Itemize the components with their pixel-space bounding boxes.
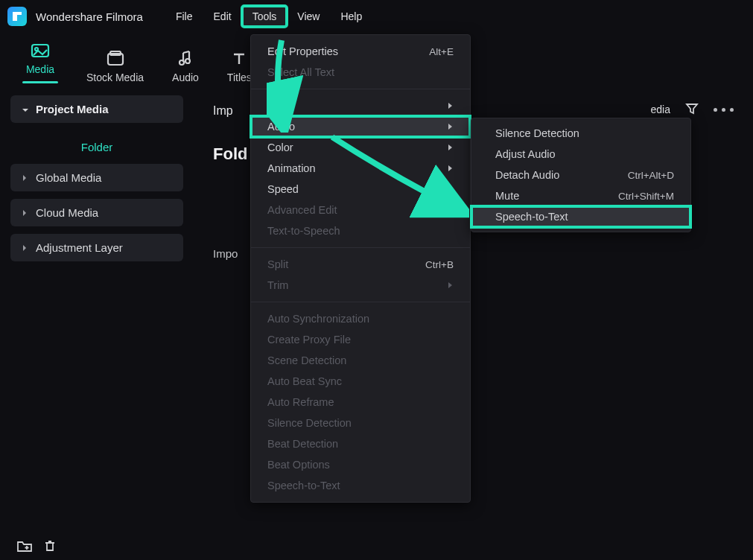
menu-item-shortcut: Ctrl+B <box>425 259 454 270</box>
tools-item-silence-detection: Silence Detection <box>251 413 470 433</box>
tools-item-split: SplitCtrl+B <box>251 254 470 275</box>
audio-item-speech-to-text[interactable]: Speech-to-Text <box>471 206 690 227</box>
sidebar-item-label: Global Media <box>36 171 101 184</box>
tools-item-audio[interactable]: Audio <box>251 116 470 137</box>
menu-item-label: Audio <box>267 121 295 133</box>
tools-item-trim: Trim <box>251 275 470 296</box>
tab-media-label: Media <box>26 63 54 75</box>
title-bar: Wondershare Filmora File Edit Tools View… <box>0 0 753 33</box>
menu-item-label: Speech-to-Text <box>495 211 568 223</box>
audio-item-adjust-audio[interactable]: Adjust Audio <box>471 144 690 165</box>
audio-icon <box>175 51 196 67</box>
tab-audio-label: Audio <box>172 71 199 83</box>
menu-item-label: Video <box>267 100 295 112</box>
folder-add-icon[interactable] <box>16 539 33 555</box>
tools-item-video[interactable]: Video <box>251 95 470 116</box>
menu-item-label: Auto Beat Sync <box>267 375 342 387</box>
chevron-right-icon <box>21 244 28 252</box>
menu-item-shortcut: Ctrl+Alt+D <box>628 170 674 181</box>
tools-dropdown: Edit PropertiesAlt+ESelect All TextVideo… <box>250 34 471 503</box>
menu-item-shortcut: Alt+E <box>429 46 454 57</box>
tab-audio[interactable]: Audio <box>168 43 203 89</box>
more-icon[interactable] <box>714 108 734 112</box>
menu-tools[interactable]: Tools <box>242 6 287 27</box>
media-icon <box>30 42 51 59</box>
tab-titles-label: Titles <box>227 71 252 83</box>
tools-item-speed[interactable]: Speed <box>251 179 470 200</box>
chevron-right-icon <box>448 279 454 291</box>
menu-item-label: Speech-to-Text <box>267 480 340 491</box>
audio-item-silence-detection[interactable]: Silence Detection <box>471 123 690 144</box>
app-logo <box>7 7 27 26</box>
svg-point-4 <box>179 60 184 65</box>
menu-item-label: Scene Detection <box>267 354 346 366</box>
tools-item-beat-options: Beat Options <box>251 454 470 475</box>
import-button-partial[interactable]: Imp <box>213 101 233 118</box>
sidebar-cloud-media[interactable]: Cloud Media <box>10 199 183 226</box>
chevron-right-icon <box>448 121 454 133</box>
tools-item-scene-detection: Scene Detection <box>251 350 470 371</box>
chevron-right-icon <box>448 100 454 112</box>
tools-item-auto-reframe: Auto Reframe <box>251 392 470 413</box>
titles-icon <box>229 51 250 67</box>
menu-item-label: Text-to-Speech <box>267 225 340 237</box>
menu-help[interactable]: Help <box>330 6 372 27</box>
menu-item-label: Advanced Edit <box>267 204 337 216</box>
tab-stock-media-label: Stock Media <box>86 71 144 83</box>
menu-item-label: Color <box>267 141 293 153</box>
menu-bar: File Edit Tools View Help <box>165 6 372 27</box>
chevron-right-icon <box>21 174 28 182</box>
menu-item-label: Split <box>267 258 288 270</box>
menu-item-label: Beat Options <box>267 459 330 471</box>
chevron-right-icon <box>448 141 454 153</box>
tools-item-speech-to-text: Speech-to-Text <box>251 475 470 496</box>
audio-item-detach-audio[interactable]: Detach AudioCtrl+Alt+D <box>471 165 690 185</box>
tools-item-advanced-edit: Advanced Edit <box>251 200 470 220</box>
menu-item-label: Detach Audio <box>495 169 559 181</box>
sidebar-global-media[interactable]: Global Media <box>10 164 183 191</box>
tools-item-create-proxy-file: Create Proxy File <box>251 329 470 350</box>
sidebar-item-label: Adjustment Layer <box>36 241 123 254</box>
tools-item-color[interactable]: Color <box>251 137 470 158</box>
menu-item-shortcut: Ctrl+Shift+M <box>618 191 674 202</box>
audio-submenu: Silence DetectionAdjust AudioDetach Audi… <box>471 118 691 232</box>
menu-file[interactable]: File <box>165 6 203 27</box>
menu-item-label: Beat Detection <box>267 438 338 450</box>
sidebar-project-label: Project Media <box>36 103 109 115</box>
tools-item-text-to-speech: Text-to-Speech <box>251 220 470 241</box>
sidebar-project-media[interactable]: Project Media <box>10 95 183 123</box>
menu-item-label: Silence Detection <box>267 417 352 429</box>
tools-item-edit-properties[interactable]: Edit PropertiesAlt+E <box>251 41 470 62</box>
menu-item-label: Animation <box>267 162 315 174</box>
audio-item-mute[interactable]: MuteCtrl+Shift+M <box>471 185 690 206</box>
trash-icon[interactable] <box>43 539 57 555</box>
tools-item-select-all-text: Select All Text <box>251 62 470 83</box>
chevron-right-icon <box>448 162 454 174</box>
tools-item-auto-synchronization: Auto Synchronization <box>251 308 470 329</box>
menu-item-label: Edit Properties <box>267 45 338 57</box>
chevron-right-icon <box>21 209 28 217</box>
tools-item-animation[interactable]: Animation <box>251 158 470 179</box>
menu-view[interactable]: View <box>287 6 330 27</box>
menu-item-label: Trim <box>267 279 288 291</box>
sidebar-item-label: Cloud Media <box>36 206 98 219</box>
tab-media[interactable]: Media <box>18 35 63 89</box>
tools-item-auto-beat-sync: Auto Beat Sync <box>251 371 470 392</box>
menu-item-label: Auto Synchronization <box>267 313 369 325</box>
menu-item-label: Create Proxy File <box>267 334 351 346</box>
filter-icon[interactable] <box>685 102 699 118</box>
edia-text: edia <box>651 104 670 115</box>
svg-point-5 <box>185 59 190 63</box>
menu-item-label: Select All Text <box>267 66 334 78</box>
menu-item-label: Mute <box>495 190 519 202</box>
menu-item-label: Silence Detection <box>495 127 579 139</box>
menu-edit[interactable]: Edit <box>203 6 242 27</box>
tab-stock-media[interactable]: Stock Media <box>82 43 148 89</box>
tools-item-beat-detection: Beat Detection <box>251 433 470 454</box>
stock-media-icon <box>105 51 126 67</box>
app-name: Wondershare Filmora <box>36 10 143 23</box>
sidebar: Project Media Folder Global Media Cloud … <box>0 89 194 560</box>
sidebar-folder[interactable]: Folder <box>10 130 183 164</box>
chevron-right-icon <box>448 183 454 195</box>
sidebar-adjustment-layer[interactable]: Adjustment Layer <box>10 234 183 261</box>
